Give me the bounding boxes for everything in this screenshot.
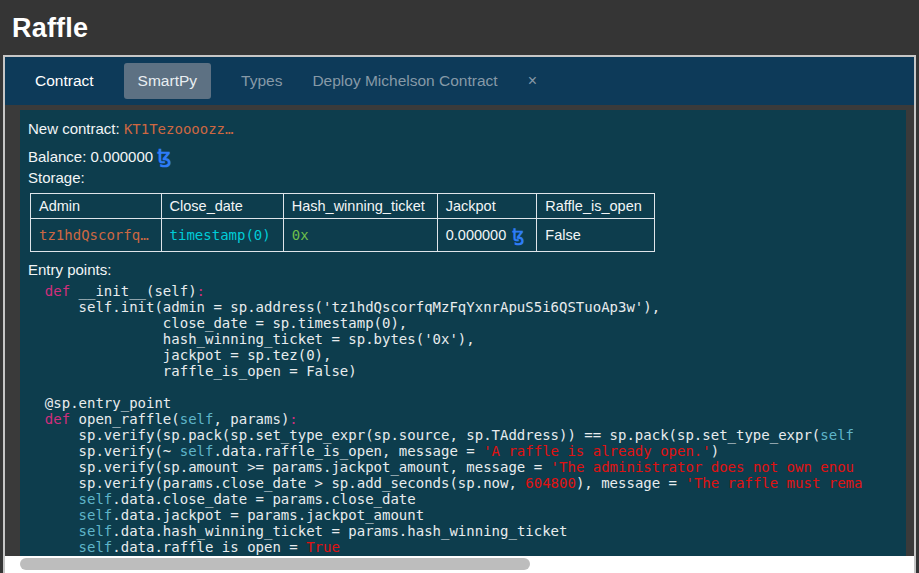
storage-value-hash_winning_ticket: 0x (283, 219, 437, 252)
tab-deploy-michelson-contract[interactable]: Deploy Michelson Contract (312, 72, 497, 90)
code-line: @sp.entry_point (28, 395, 906, 411)
code-line: jackpot = sp.tez(0), (28, 347, 906, 363)
code-line (28, 379, 906, 395)
contract-code-block: def __init__(self): self.init(admin = sp… (28, 283, 906, 555)
contract-panel-frame: Contract SmartPy Types Deploy Michelson … (3, 55, 916, 573)
storage-value-row: tz1hdQscorfq…timestamp(0)0x0.000000ꜩFals… (31, 219, 655, 252)
tab-bar: Contract SmartPy Types Deploy Michelson … (5, 57, 914, 105)
code-line: def __init__(self): (28, 283, 906, 299)
storage-header-close_date: Close_date (161, 194, 283, 219)
balance-value: 0.000000 (91, 148, 154, 165)
storage-header-raffle_is_open: Raffle_is_open (537, 194, 654, 219)
code-line: raffle_is_open = False) (28, 363, 906, 379)
storage-header-jackpot: Jackpot (437, 194, 537, 219)
code-line: self.data.hash_winning_ticket = params.h… (28, 523, 906, 539)
code-line: sp.verify(~ self.data.raffle_is_open, me… (28, 443, 906, 459)
code-line: self.data.jackpot = params.jackpot_amoun… (28, 507, 906, 523)
storage-value-admin: tz1hdQscorfq… (31, 219, 162, 252)
code-line: self.data.close_date = params.close_date (28, 491, 906, 507)
code-line: hash_winning_ticket = sp.bytes('0x'), (28, 331, 906, 347)
tez-symbol-icon: ꜩ (153, 145, 171, 167)
tab-smartpy[interactable]: SmartPy (124, 63, 211, 99)
tab-types[interactable]: Types (241, 72, 282, 90)
storage-table: AdminClose_dateHash_winning_ticketJackpo… (30, 193, 655, 252)
new-contract-address[interactable]: KT1Tezoooozz… (124, 121, 234, 137)
page-title: Raffle (0, 0, 919, 55)
code-line: sp.verify(params.close_date > sp.add_sec… (28, 475, 906, 491)
entry-points-label: Entry points: (28, 259, 906, 280)
code-line: self.init(admin = sp.address('tz1hdQscor… (28, 299, 906, 315)
close-tab-icon[interactable]: × (528, 72, 537, 90)
code-line: close_date = sp.timestamp(0), (28, 315, 906, 331)
contract-output-panel: New contract: KT1Tezoooozz… Balance: 0.0… (20, 110, 906, 556)
storage-value-close_date: timestamp(0) (161, 219, 283, 252)
storage-label: Storage: (28, 167, 906, 188)
code-line: self.data.raffle_is_open = True (28, 539, 906, 555)
storage-value-jackpot: 0.000000ꜩ (437, 219, 537, 252)
code-line: sp.verify(sp.amount >= params.jackpot_am… (28, 459, 906, 475)
balance-label: Balance: (28, 148, 86, 165)
tez-symbol-icon: ꜩ (506, 226, 524, 245)
tab-contract[interactable]: Contract (35, 72, 94, 90)
new-contract-line: New contract: KT1Tezoooozz… (28, 118, 906, 139)
storage-value-raffle_is_open: False (537, 219, 654, 252)
storage-header-row: AdminClose_dateHash_winning_ticketJackpo… (31, 194, 655, 219)
horizontal-scrollbar-track[interactable] (5, 556, 914, 573)
storage-header-hash_winning_ticket: Hash_winning_ticket (283, 194, 437, 219)
balance-line: Balance: 0.000000ꜩ (28, 146, 906, 167)
code-line: sp.verify(sp.pack(sp.set_type_expr(sp.so… (28, 427, 906, 443)
storage-header-admin: Admin (31, 194, 162, 219)
code-line: def open_raffle(self, params): (28, 411, 906, 427)
horizontal-scrollbar-thumb[interactable] (20, 558, 530, 570)
new-contract-label: New contract: (28, 120, 120, 137)
